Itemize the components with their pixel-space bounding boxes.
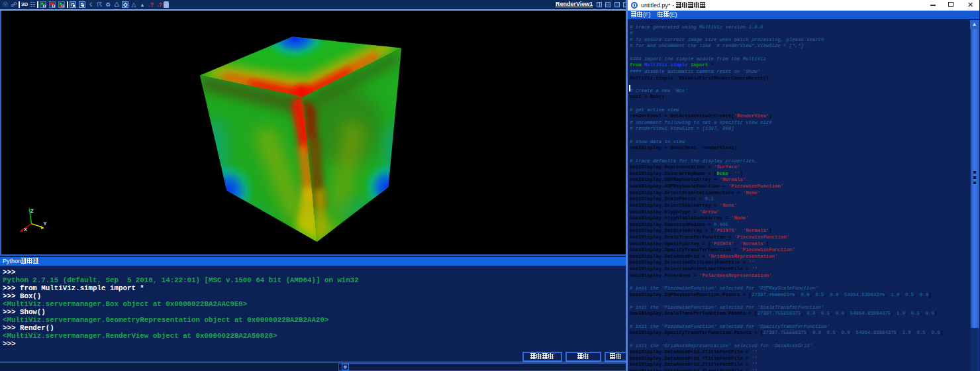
svg-text:Y: Y: [44, 221, 47, 227]
svg-text:X: X: [24, 227, 27, 233]
svg-text:Z: Z: [30, 208, 34, 214]
